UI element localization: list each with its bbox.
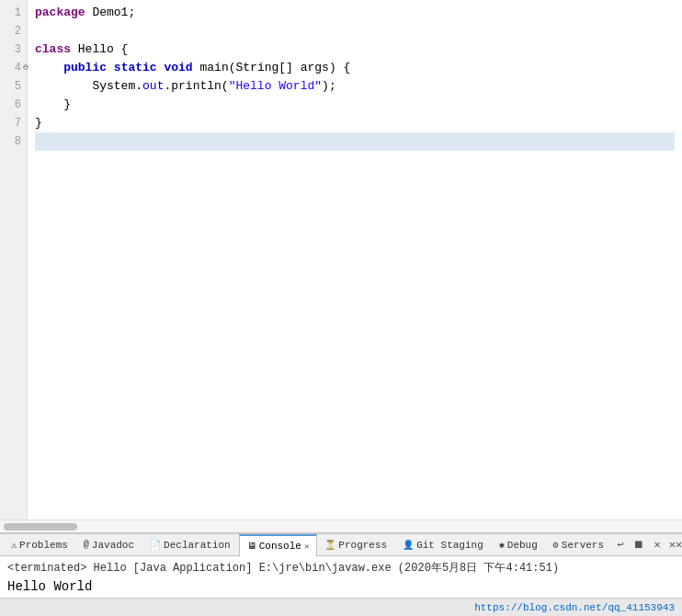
code-line-3: class Hello {: [35, 40, 675, 59]
console-output: Hello World: [7, 579, 675, 594]
code-container: 1 2 3 4 5 6 7 8 package Demo1; class Hel…: [0, 0, 682, 519]
tab-debug-label: Debug: [507, 540, 538, 551]
tabs-bar: ⚠ Problems @ Javadoc 📄 Declaration 🖥 Con…: [0, 534, 682, 556]
tab-servers-label: Servers: [562, 540, 604, 551]
line-num-6: 6: [6, 96, 21, 114]
console-icon: 🖥: [247, 541, 256, 552]
line-numbers: 1 2 3 4 5 6 7 8: [0, 0, 28, 519]
code-line-6: }: [35, 96, 675, 114]
tab-javadoc-label: Javadoc: [92, 540, 134, 551]
code-line-4: public static void main(String[] args) {: [35, 59, 675, 77]
code-line-1: package Demo1;: [35, 4, 675, 22]
line-num-7: 7: [6, 114, 21, 132]
line-num-8: 8: [6, 132, 21, 151]
code-line-2: [35, 22, 675, 40]
tab-javadoc[interactable]: @ Javadoc: [76, 534, 142, 556]
console-header: <terminated> Hello [Java Application] E:…: [7, 560, 675, 576]
status-right-link[interactable]: https://blog.csdn.net/qq_41153943: [474, 602, 675, 613]
tab-servers[interactable]: ⚙ Servers: [546, 534, 612, 556]
clear-icon[interactable]: ✕: [649, 537, 665, 553]
line-num-1: 1: [6, 4, 21, 22]
line-num-2: 2: [6, 22, 21, 40]
scroll-lock-icon[interactable]: ↩: [612, 537, 629, 553]
servers-icon: ⚙: [553, 540, 559, 551]
tab-progress[interactable]: ⏳ Progress: [317, 534, 395, 556]
scrollbar-thumb[interactable]: [4, 523, 77, 530]
problems-icon: ⚠: [11, 540, 17, 551]
code-line-7: }: [35, 114, 675, 132]
tab-problems[interactable]: ⚠ Problems: [4, 534, 76, 556]
bottom-panel: ⚠ Problems @ Javadoc 📄 Declaration 🖥 Con…: [0, 533, 682, 598]
stop-icon[interactable]: ⏹: [631, 537, 647, 553]
declaration-icon: 📄: [150, 540, 161, 551]
editor-area: 1 2 3 4 5 6 7 8 package Demo1; class Hel…: [0, 0, 682, 533]
line-num-4: 4: [6, 59, 21, 77]
tab-console-id: ✕: [304, 542, 309, 552]
code-editor[interactable]: package Demo1; class Hello { public stat…: [28, 0, 682, 519]
horizontal-scrollbar[interactable]: [0, 519, 682, 532]
code-line-8: [35, 132, 675, 151]
status-bar: https://blog.csdn.net/qq_41153943: [0, 598, 682, 616]
console-content: <terminated> Hello [Java Application] E:…: [0, 556, 682, 598]
clear-all-icon[interactable]: ✕✕: [667, 537, 682, 553]
code-line-5: System.out.println("Hello World");: [35, 77, 675, 96]
tab-debug[interactable]: ✱ Debug: [492, 534, 546, 556]
javadoc-icon: @: [84, 540, 89, 550]
tab-problems-label: Problems: [19, 540, 68, 551]
progress-icon: ⏳: [324, 540, 335, 551]
tab-console[interactable]: 🖥 Console ✕: [239, 534, 318, 556]
tab-declaration-label: Declaration: [164, 540, 231, 551]
tab-git-staging[interactable]: 👤 Git Staging: [395, 534, 492, 556]
git-icon: 👤: [403, 540, 414, 551]
tab-console-label: Console: [259, 541, 301, 552]
debug-icon: ✱: [499, 540, 505, 551]
line-num-5: 5: [6, 77, 21, 96]
tab-declaration[interactable]: 📄 Declaration: [142, 534, 239, 556]
line-num-3: 3: [6, 40, 21, 59]
tab-action-icons: ↩ ⏹ ✕ ✕✕ 📋 📋 ⬛ ▬: [612, 537, 682, 553]
tab-git-label: Git Staging: [416, 540, 483, 551]
tab-progress-label: Progress: [338, 540, 387, 551]
